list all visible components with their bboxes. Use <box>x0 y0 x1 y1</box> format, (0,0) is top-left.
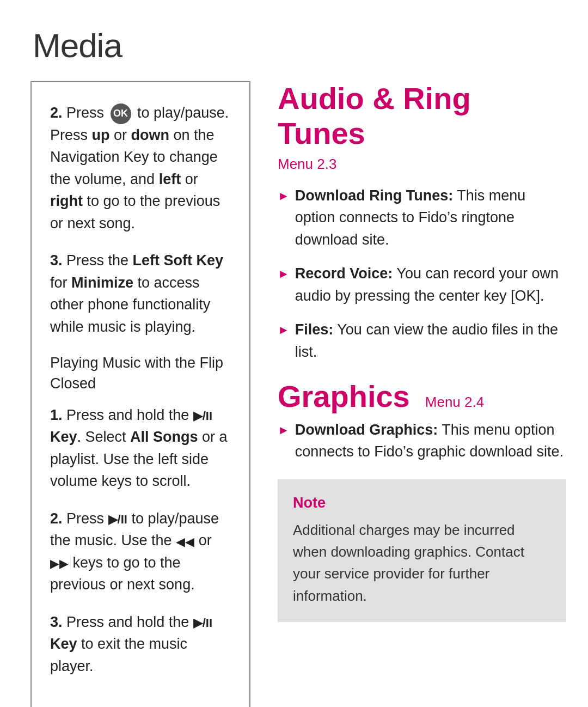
note-title: Note <box>293 495 551 511</box>
play-pause-icon-1: ▶/II <box>193 407 212 425</box>
step-2-bold1: up <box>92 127 110 143</box>
step-2: 2. Press OK to play/pause. Press up or d… <box>50 102 231 234</box>
step-2-number: 2. <box>50 105 63 121</box>
graphics-bullet-1: ► Download Graphics: This menu option co… <box>278 419 566 463</box>
step-3-bold1: Left Soft Key <box>133 252 224 269</box>
audio-bullet-1: ► Download Ring Tunes: This menu option … <box>278 185 566 251</box>
note-box: Note Additional charges may be incurred … <box>278 479 566 622</box>
graphics-menu-label: Menu 2.4 <box>425 394 484 411</box>
step-3-number: 3. <box>50 252 63 269</box>
bullet-arrow-g1: ► <box>278 421 290 439</box>
step-2-text2: Press <box>50 127 92 143</box>
bullet-arrow-2: ► <box>278 265 290 283</box>
graphics-title: Graphics <box>278 379 410 414</box>
rewind-icon: ◀◀ <box>176 533 194 551</box>
step-3: 3. Press the Left Soft Key for Minimize … <box>50 249 231 338</box>
ok-icon: OK <box>111 103 131 124</box>
bullet-arrow-1: ► <box>278 187 290 205</box>
right-column: Audio & Ring Tunes Menu 2.3 ► Download R… <box>267 81 588 707</box>
note-text: Additional charges may be incurred when … <box>293 519 551 607</box>
page-title: Media <box>0 0 588 81</box>
step-b1-number: 1. <box>50 407 63 423</box>
step-2-bold3: left <box>159 171 181 187</box>
step-b1-bold1: Key <box>50 429 77 445</box>
audio-bullet-3-text: Files: You can view the audio files in t… <box>295 319 566 363</box>
flip-closed-heading: Playing Music with the Flip Closed <box>50 353 231 394</box>
audio-ring-tunes-title: Audio & Ring Tunes <box>278 81 566 151</box>
audio-bullet-2-text: Record Voice: You can record your own au… <box>295 263 566 307</box>
graphics-bullet-list: ► Download Graphics: This menu option co… <box>278 419 566 463</box>
step-2-bold2: down <box>131 127 169 143</box>
audio-bullet-list: ► Download Ring Tunes: This menu option … <box>278 185 566 363</box>
ff-icon: ▶▶ <box>50 554 69 572</box>
step-b1: 1. Press and hold the ▶/II Key. Select A… <box>50 404 231 492</box>
left-box: 2. Press OK to play/pause. Press up or d… <box>30 81 250 707</box>
step-b1-bold2: All Songs <box>130 429 198 445</box>
step-b3: 3. Press and hold the ▶/II Key to exit t… <box>50 611 231 678</box>
play-pause-icon-2: ▶/II <box>108 510 127 528</box>
left-column: 2. Press OK to play/pause. Press up or d… <box>0 81 267 707</box>
step-b3-number: 3. <box>50 614 63 630</box>
step-b3-bold1: Key <box>50 636 77 652</box>
step-b2-number: 2. <box>50 510 63 527</box>
audio-bullet-1-text: Download Ring Tunes: This menu option co… <box>295 185 566 251</box>
graphics-bullet-1-text: Download Graphics: This menu option conn… <box>295 419 566 463</box>
audio-bullet-2: ► Record Voice: You can record your own … <box>278 263 566 307</box>
graphics-header: Graphics Menu 2.4 <box>278 379 566 414</box>
audio-bullet-3: ► Files: You can view the audio files in… <box>278 319 566 363</box>
step-3-bold2: Minimize <box>71 275 133 291</box>
step-3-text1: Press the <box>66 252 133 269</box>
bullet-arrow-3: ► <box>278 321 290 339</box>
audio-menu-label: Menu 2.3 <box>278 156 566 173</box>
step-2-bold4: right <box>50 193 83 209</box>
step-b2: 2. Press ▶/II to play/pause the music. U… <box>50 508 231 596</box>
play-pause-icon-3: ▶/II <box>193 614 212 632</box>
step-2-text1: to play/pause. <box>137 105 229 121</box>
